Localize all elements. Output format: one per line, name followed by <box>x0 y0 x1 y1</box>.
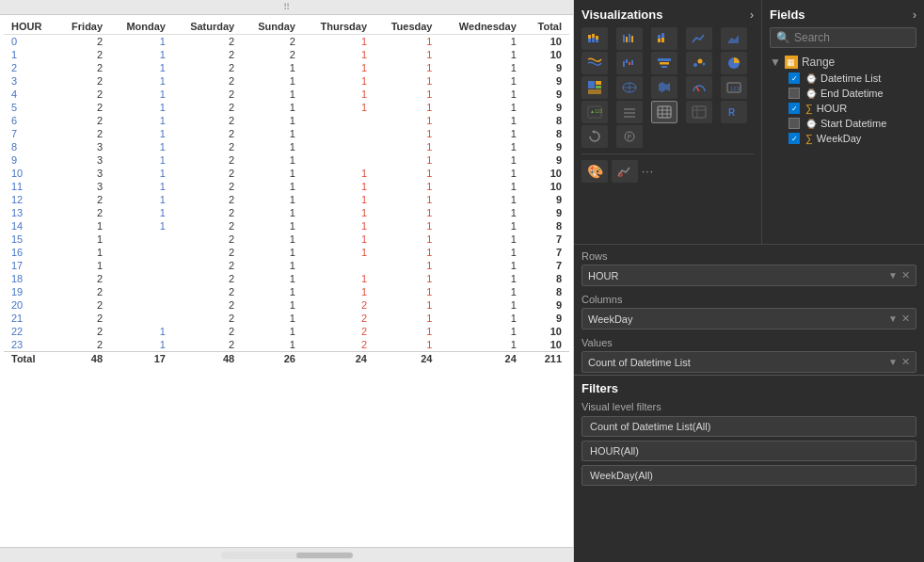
viz-expand-icon[interactable]: › <box>750 8 754 22</box>
table-cell: 2 <box>4 61 56 74</box>
filter-pill[interactable]: WeekDay(All) <box>581 465 916 486</box>
rows-remove-icon[interactable]: ✕ <box>901 269 910 281</box>
viz-icon-table[interactable] <box>651 101 677 123</box>
viz-icon-100pct-bar[interactable] <box>651 27 677 50</box>
field-item[interactable]: ⌚Start Datetime <box>770 116 916 131</box>
field-item[interactable]: ∑HOUR <box>770 101 916 116</box>
rows-pill[interactable]: HOUR ▼ ✕ <box>581 265 916 286</box>
svg-rect-7 <box>626 37 628 42</box>
horizontal-scrollbar[interactable] <box>221 552 353 559</box>
field-checkbox[interactable] <box>789 103 800 114</box>
table-cell: 1 <box>439 140 523 153</box>
field-checkbox[interactable] <box>789 88 800 99</box>
field-checkbox[interactable] <box>789 133 800 144</box>
viz-icon-line[interactable] <box>686 27 712 50</box>
viz-icon-gauge[interactable] <box>686 76 712 99</box>
table-cell: 13 <box>4 206 56 219</box>
viz-icon-clustered-bar[interactable] <box>616 27 643 50</box>
table-cell: 2 <box>303 312 374 325</box>
table-row: 221211119 <box>4 61 569 74</box>
top-drag-handle[interactable] <box>0 0 573 15</box>
values-pill[interactable]: Count of Datetime List ▼ ✕ <box>581 351 916 373</box>
viz-icon-refresh[interactable] <box>581 125 608 148</box>
table-cell: 1 <box>374 206 439 219</box>
viz-icon-ribbon[interactable] <box>581 52 608 74</box>
table-cell: 1 <box>439 219 523 233</box>
viz-icon-custom[interactable]: P <box>616 125 643 148</box>
table-cell: 7 <box>524 233 569 246</box>
filter-pill[interactable]: Count of Datetime List(All) <box>581 416 916 437</box>
table-cell: 1 <box>56 219 110 233</box>
viz-icon-treemap[interactable] <box>581 76 608 99</box>
table-cell: 2 <box>56 127 110 140</box>
fields-search-box[interactable]: 🔍 <box>770 27 916 48</box>
field-checkbox[interactable] <box>789 72 800 84</box>
field-item[interactable]: ⌚Datetime List <box>770 71 916 86</box>
table-cell <box>110 246 173 259</box>
table-cell: 1 <box>242 246 303 259</box>
table-cell: 2 <box>173 48 242 61</box>
table-row: 17121117 <box>4 259 569 272</box>
table-cell: 2 <box>303 298 374 312</box>
viz-analytics-icon[interactable] <box>612 160 638 183</box>
col-header-friday: Friday <box>56 19 110 35</box>
table-scroll[interactable]: HOUR Friday Monday Saturday Sunday Thurs… <box>0 15 573 547</box>
table-cell: 9 <box>524 61 569 74</box>
viz-icon-slicer[interactable] <box>616 101 643 123</box>
viz-icon-filled-map[interactable] <box>651 76 677 99</box>
viz-icon-waterfall[interactable] <box>616 52 643 74</box>
viz-icon-funnel[interactable] <box>651 52 677 74</box>
table-row: 83121119 <box>4 140 569 153</box>
rows-label: Rows <box>581 250 916 262</box>
viz-icon-stacked-bar[interactable] <box>581 27 608 50</box>
more-options-icon[interactable]: ··· <box>642 165 654 178</box>
table-cell: 10 <box>524 48 569 61</box>
table-cell: 2 <box>173 325 242 338</box>
viz-icon-matrix[interactable] <box>686 101 712 123</box>
columns-dropdown-icon[interactable]: ▼ <box>888 313 898 324</box>
viz-icon-map[interactable] <box>616 76 643 99</box>
viz-format-icon[interactable]: 🎨 <box>581 160 608 183</box>
table-cell: 1 <box>242 153 303 167</box>
svg-rect-6 <box>623 35 625 42</box>
values-pill-actions: ▼ ✕ <box>888 356 910 368</box>
total-value: 17 <box>110 352 173 366</box>
values-remove-icon[interactable]: ✕ <box>901 356 910 368</box>
table-cell: 2 <box>303 325 374 338</box>
field-name: WeekDay <box>817 133 861 144</box>
total-label: Total <box>4 352 56 366</box>
filters-section: Filters Visual level filters Count of Da… <box>574 375 924 495</box>
viz-icon-kpi[interactable]: ▲123 <box>581 101 608 123</box>
viz-icon-area[interactable] <box>721 27 747 50</box>
bottom-drag-handle[interactable] <box>0 547 573 562</box>
viz-icon-card[interactable]: 123 <box>721 76 747 99</box>
table-cell: 2 <box>173 338 242 352</box>
table-cell: 1 <box>242 272 303 285</box>
table-cell: 1 <box>439 206 523 219</box>
fields-expand-icon[interactable]: › <box>913 8 916 22</box>
field-checkbox[interactable] <box>789 118 800 129</box>
viz-icon-pie[interactable] <box>721 52 747 74</box>
viz-icon-r-visual[interactable]: R <box>721 101 747 123</box>
columns-remove-icon[interactable]: ✕ <box>901 313 910 325</box>
scrollbar-thumb[interactable] <box>296 553 353 558</box>
table-cell: 1 <box>242 101 303 114</box>
svg-rect-21 <box>661 66 667 68</box>
table-cell: 9 <box>524 298 569 312</box>
viz-icon-scatter[interactable] <box>686 52 712 74</box>
fields-search-input[interactable] <box>794 31 910 44</box>
values-dropdown-icon[interactable]: ▼ <box>888 357 898 367</box>
table-cell: 9 <box>524 206 569 219</box>
table-row: 11312111110 <box>4 180 569 193</box>
fields-group-range[interactable]: ▼ ▦ Range <box>770 54 916 71</box>
columns-pill[interactable]: WeekDay ▼ ✕ <box>581 308 916 329</box>
table-cell: 10 <box>524 35 569 49</box>
field-item[interactable]: ⌚End Datetime <box>770 86 916 101</box>
field-item[interactable]: ∑WeekDay <box>770 131 916 146</box>
field-type-icon: ⌚ <box>805 73 817 84</box>
filter-pill[interactable]: HOUR(All) <box>581 441 916 461</box>
table-cell: 2 <box>173 140 242 153</box>
table-cell: 9 <box>524 74 569 88</box>
rows-dropdown-icon[interactable]: ▼ <box>888 270 898 281</box>
svg-rect-1 <box>588 39 591 42</box>
